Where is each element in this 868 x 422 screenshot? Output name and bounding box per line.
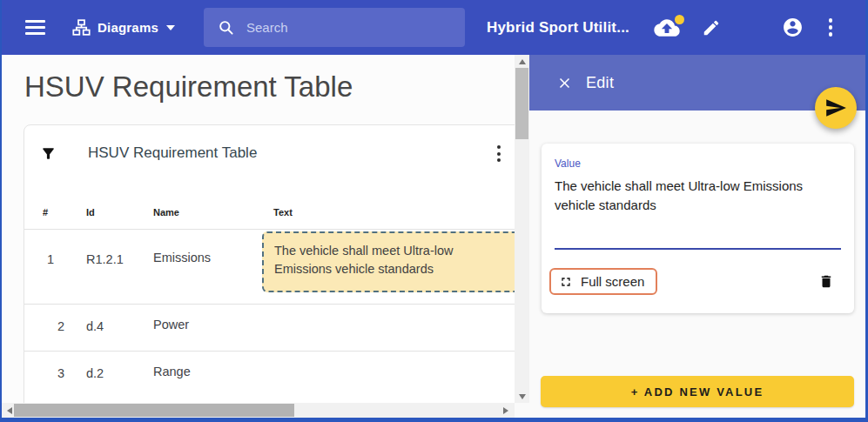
send-icon bbox=[824, 97, 847, 119]
table-row[interactable]: 3 d.2 Range bbox=[24, 352, 515, 399]
fullscreen-label: Full screen bbox=[581, 274, 644, 289]
vertical-scroll-thumb[interactable] bbox=[515, 68, 528, 139]
cell-id: d.2 bbox=[86, 366, 104, 380]
cell-text: The vehicle shall meet Ultra-low Emissio… bbox=[274, 244, 454, 276]
main-area: HSUV Requirement Table HSUV Requirement … bbox=[2, 55, 865, 418]
edit-pencil-icon[interactable] bbox=[702, 18, 721, 37]
column-header-text: Text bbox=[273, 207, 293, 218]
cell-num: 1 bbox=[47, 252, 54, 266]
cell-id: R1.2.1 bbox=[86, 252, 124, 266]
table-menu-icon[interactable] bbox=[492, 144, 506, 164]
fullscreen-icon bbox=[559, 275, 573, 289]
overflow-menu-icon[interactable] bbox=[825, 18, 837, 37]
search-icon bbox=[218, 19, 234, 36]
vertical-scrollbar[interactable] bbox=[515, 55, 529, 403]
column-header-name: Name bbox=[153, 207, 179, 218]
app-window: Diagrams Search Hybrid Sport Utilit... bbox=[0, 0, 868, 422]
horizontal-scroll-thumb[interactable] bbox=[14, 404, 294, 417]
scrollbar-corner bbox=[515, 403, 529, 418]
value-field-text[interactable]: The vehicle shall meet Ultra-low Emissio… bbox=[555, 177, 841, 215]
scroll-up-icon[interactable] bbox=[515, 55, 529, 68]
document-title: Hybrid Sport Utilit... bbox=[487, 19, 629, 37]
delete-icon bbox=[818, 272, 834, 291]
table-row[interactable]: 2 d.4 Power bbox=[24, 305, 515, 352]
diagram-tree-icon bbox=[72, 18, 91, 37]
top-app-bar: Diagrams Search Hybrid Sport Utilit... bbox=[2, 0, 865, 55]
account-icon[interactable] bbox=[782, 17, 804, 38]
delete-button[interactable] bbox=[818, 272, 834, 291]
column-header-id: Id bbox=[86, 207, 95, 218]
selected-text-cell[interactable]: The vehicle shall meet Ultra-low Emissio… bbox=[262, 231, 515, 292]
table-header-row: # Id Name Text bbox=[24, 202, 515, 230]
chevron-down-icon bbox=[166, 25, 175, 30]
add-new-value-button[interactable]: + ADD NEW VALUE bbox=[541, 376, 854, 407]
content-column: HSUV Requirement Table HSUV Requirement … bbox=[2, 55, 515, 418]
table-title: HSUV Requirement Table bbox=[88, 144, 257, 162]
filter-icon[interactable] bbox=[40, 145, 57, 165]
scroll-down-icon[interactable] bbox=[515, 390, 529, 403]
edit-panel-title: Edit bbox=[586, 74, 614, 92]
cell-name: Range bbox=[153, 365, 191, 378]
page-title: HSUV Requirement Table bbox=[2, 55, 515, 104]
cell-name: Emissions bbox=[153, 251, 211, 265]
table-row[interactable]: 1 R1.2.1 Emissions The vehicle shall mee… bbox=[24, 230, 515, 305]
fullscreen-button[interactable]: Full screen bbox=[549, 268, 657, 295]
scroll-right-icon[interactable] bbox=[498, 403, 513, 418]
value-field-label: Value bbox=[555, 157, 841, 170]
cloud-upload-icon[interactable] bbox=[654, 18, 680, 37]
document-pane: HSUV Requirement Table HSUV Requirement … bbox=[2, 55, 515, 403]
requirement-table-card: HSUV Requirement Table # Id Name Text 1 … bbox=[24, 124, 515, 403]
cell-num: 3 bbox=[57, 366, 64, 380]
horizontal-scrollbar[interactable] bbox=[2, 403, 515, 418]
apps-grid-icon[interactable] bbox=[743, 19, 760, 37]
column-header-num: # bbox=[43, 207, 48, 218]
topbar-actions bbox=[654, 17, 837, 38]
diagrams-menu[interactable]: Diagrams bbox=[72, 18, 175, 37]
cell-id: d.4 bbox=[86, 319, 104, 333]
search-input[interactable]: Search bbox=[204, 8, 465, 47]
cell-num: 2 bbox=[57, 319, 64, 333]
text-field-underline bbox=[555, 248, 841, 250]
edit-panel: Edit Value The vehicle shall meet Ultra-… bbox=[529, 55, 865, 418]
value-card-controls: Full screen bbox=[549, 268, 841, 295]
menu-icon[interactable] bbox=[25, 16, 45, 38]
value-card: Value The vehicle shall meet Ultra-low E… bbox=[542, 144, 854, 313]
cell-name: Power bbox=[153, 318, 189, 332]
diagrams-label: Diagrams bbox=[98, 20, 158, 35]
close-icon[interactable] bbox=[556, 75, 573, 91]
send-button[interactable] bbox=[815, 87, 857, 129]
vertical-scroll-area bbox=[515, 55, 529, 418]
search-placeholder: Search bbox=[246, 20, 288, 35]
notification-badge bbox=[675, 15, 684, 24]
horizontal-scroll-area bbox=[2, 403, 515, 418]
